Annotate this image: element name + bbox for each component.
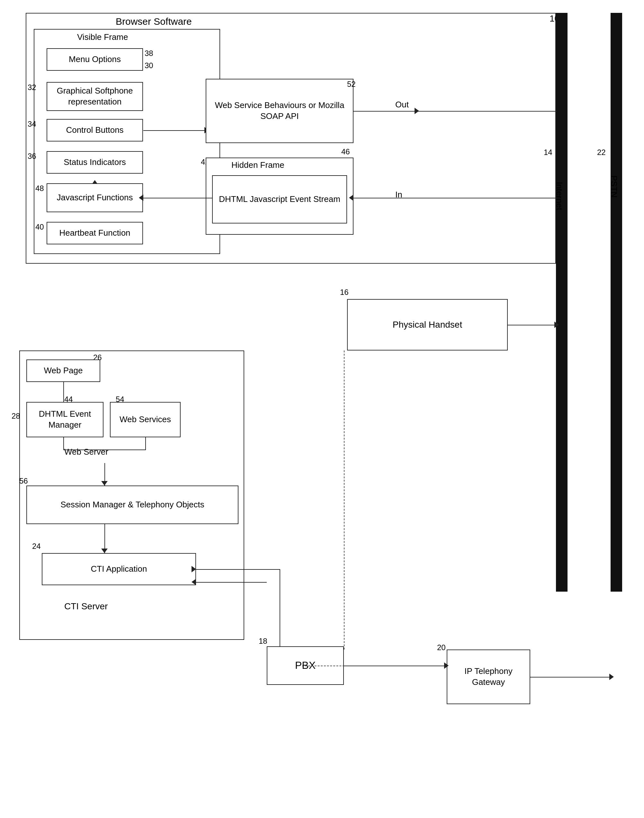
box-javascript-functions: Javascript Functions xyxy=(47,183,143,212)
box-heartbeat: Heartbeat Function xyxy=(47,222,143,244)
ref-38: 38 xyxy=(145,49,153,58)
line-pbx-to-ip xyxy=(344,666,447,666)
box-dhtml-event-stream: DHTML Javascript Event Stream xyxy=(212,175,347,223)
line-dhtml-to-js xyxy=(143,198,212,198)
ref-52: 52 xyxy=(347,80,356,89)
line-cti-to-pbx xyxy=(196,569,279,570)
arrowhead-dhtml-to-js xyxy=(139,195,143,201)
ref-40: 40 xyxy=(35,223,44,232)
label-browser-software: Browser Software xyxy=(116,16,192,27)
box-session-manager: Session Manager & Telephony Objects xyxy=(26,486,238,524)
line-cti-to-pbx-v xyxy=(279,569,280,646)
bar-pstn xyxy=(610,13,622,592)
line-pbx-to-cti-h xyxy=(196,582,267,583)
box-control-buttons: Control Buttons xyxy=(47,119,143,141)
label-internet: Internet xyxy=(554,182,564,210)
arrowhead-cti-to-pbx xyxy=(192,566,196,572)
ref-24: 24 xyxy=(32,542,41,551)
line-handset-internet xyxy=(508,325,558,325)
ref-16: 16 xyxy=(340,288,349,297)
label-in: In xyxy=(395,190,402,200)
box-status-indicators: Status Indicators xyxy=(47,151,143,174)
line-in xyxy=(418,198,557,198)
box-dhtml-event-manager: DHTML Event Manager xyxy=(26,402,103,437)
box-web-service: Web Service Behaviours or Mozilla SOAP A… xyxy=(205,79,354,143)
label-web-server: Web Server xyxy=(64,447,108,457)
arrowhead-pbx-to-cti xyxy=(192,579,196,585)
ref-32: 32 xyxy=(28,83,36,92)
line-handset-to-pbx-h xyxy=(302,666,345,666)
ref-18: 18 xyxy=(259,637,267,646)
box-graphical-softphone: Graphical Softphone representation xyxy=(47,82,143,111)
line-ip-to-pstn xyxy=(530,677,612,678)
line-dhtml-to-server xyxy=(63,437,64,450)
label-out: Out xyxy=(395,100,409,110)
ref-56: 56 xyxy=(19,477,28,486)
box-ip-telephony: IP Telephony Gateway xyxy=(447,649,530,704)
ref-36: 36 xyxy=(28,152,36,161)
ref-28: 28 xyxy=(12,412,20,421)
line-out xyxy=(418,111,557,112)
arrowhead-server-to-session xyxy=(101,481,108,486)
line-wsb-out xyxy=(354,111,418,112)
label-visible-frame: Visible Frame xyxy=(77,32,128,42)
line-ws-to-server xyxy=(145,437,146,450)
label-cti-server: CTI Server xyxy=(64,601,108,612)
diagram: Browser Software 10 Visible Frame Menu O… xyxy=(0,0,644,818)
box-menu-options: Menu Options xyxy=(47,48,143,71)
arrowhead-in-to-dhtml xyxy=(349,195,354,201)
ref-34: 34 xyxy=(28,120,36,129)
line-webpage-to-dhtml xyxy=(63,382,64,402)
bar-internet xyxy=(556,13,567,592)
line-handset-to-pbx xyxy=(344,351,345,649)
ref-14: 14 xyxy=(544,148,552,157)
ref-22: 22 xyxy=(597,148,606,157)
label-hidden-frame: Hidden Frame xyxy=(232,160,284,170)
ref-48: 48 xyxy=(35,184,44,193)
box-web-services: Web Services xyxy=(110,402,181,437)
line-server-h xyxy=(63,449,146,450)
box-web-page: Web Page xyxy=(26,360,100,382)
arrow-control-to-wsb xyxy=(143,130,208,131)
arrowhead-session-to-cti xyxy=(101,549,108,553)
box-cti-application: CTI Application xyxy=(42,553,196,585)
arrowhead-ip-to-pstn xyxy=(609,673,614,680)
arrowhead-pbx-to-ip xyxy=(444,663,449,669)
label-pstn: PSTN xyxy=(609,175,619,198)
ref-46: 46 xyxy=(341,147,350,156)
ref-30: 30 xyxy=(145,61,153,70)
line-in-to-dhtml xyxy=(354,198,418,198)
box-physical-handset: Physical Handset xyxy=(347,299,508,351)
ref-20: 20 xyxy=(437,643,446,652)
